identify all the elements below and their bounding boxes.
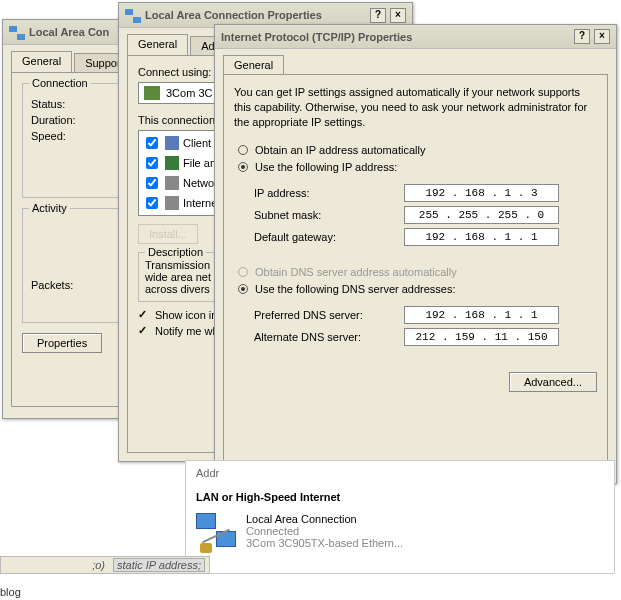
item-label: Client f (183, 137, 217, 149)
checkbox[interactable] (146, 177, 158, 189)
fieldset-label: Connection (29, 77, 91, 89)
radio-label: Use the following DNS server addresses: (255, 283, 456, 295)
ip-address-row: IP address: 192 . 168 . 1 . 3 (254, 184, 593, 202)
checkbox[interactable] (146, 137, 158, 149)
dns1-label: Preferred DNS server: (254, 309, 404, 321)
ip-label: IP address: (254, 187, 404, 199)
item-label: Networ (183, 177, 218, 189)
subnet-label: Subnet mask: (254, 209, 404, 221)
checkbox-label: Show icon in (155, 309, 217, 321)
window-title: Internet Protocol (TCP/IP) Properties (221, 31, 570, 43)
ip-address-input[interactable]: 192 . 168 . 1 . 3 (404, 184, 559, 202)
help-button[interactable]: ? (370, 8, 386, 23)
ip-section: IP address: 192 . 168 . 1 . 3 Subnet mas… (234, 178, 597, 260)
radio-icon[interactable] (238, 145, 248, 155)
checkbox[interactable] (146, 197, 158, 209)
lan-connection-item[interactable]: Local Area Connection Connected 3Com 3C9… (196, 513, 604, 553)
connection-name: Local Area Connection (246, 513, 403, 525)
dns2-input[interactable]: 212 . 159 . 11 . 150 (404, 328, 559, 346)
help-button[interactable]: ? (574, 29, 590, 44)
checkmark-icon (138, 308, 150, 321)
network-connections-panel: Addr LAN or High-Speed Internet Local Ar… (185, 460, 615, 574)
radio-icon[interactable] (238, 162, 248, 172)
blog-text: blog (0, 586, 21, 598)
dns2-row: Alternate DNS server: 212 . 159 . 11 . 1… (254, 328, 593, 346)
radio-obtain-dns: Obtain DNS server address automatically (238, 266, 597, 278)
dns1-input[interactable]: 192 . 168 . 1 . 1 (404, 306, 559, 324)
dns2-label: Alternate DNS server: (254, 331, 404, 343)
titlebar[interactable]: Internet Protocol (TCP/IP) Properties ? … (215, 25, 616, 49)
connection-status: Connected (246, 525, 403, 537)
lan-icon (196, 513, 236, 553)
adapter-name: 3Com 3C (166, 87, 212, 99)
install-button[interactable]: Install... (138, 224, 198, 244)
tcpip-properties-window: Internet Protocol (TCP/IP) Properties ? … (214, 24, 617, 484)
gateway-row: Default gateway: 192 . 168 . 1 . 1 (254, 228, 593, 246)
dns-section: Preferred DNS server: 192 . 168 . 1 . 1 … (234, 300, 597, 360)
radio-icon[interactable] (238, 284, 248, 294)
address-label: Addr (196, 467, 604, 479)
close-button[interactable]: × (594, 29, 610, 44)
close-button[interactable]: × (390, 8, 406, 23)
dns1-row: Preferred DNS server: 192 . 168 . 1 . 1 (254, 306, 593, 324)
gateway-input[interactable]: 192 . 168 . 1 . 1 (404, 228, 559, 246)
tab-general[interactable]: General (11, 51, 72, 72)
checkbox[interactable] (146, 157, 158, 169)
tabs: General (215, 49, 616, 74)
network-icon (125, 7, 141, 23)
network-icon (9, 24, 25, 40)
network-protocol-icon (165, 176, 179, 190)
subnet-row: Subnet mask: 255 . 255 . 255 . 0 (254, 206, 593, 224)
connection-device: 3Com 3C905TX-based Ethern... (246, 537, 403, 549)
description-label: Description (145, 246, 206, 258)
window-title: Local Area Connection Properties (145, 9, 366, 21)
static-ip-tag: static IP address; (113, 558, 205, 572)
internet-protocol-icon (165, 196, 179, 210)
lan-text: Local Area Connection Connected 3Com 3C9… (246, 513, 403, 553)
checkmark-icon (138, 324, 150, 337)
fieldset-label: Activity (29, 202, 70, 214)
checkbox-label: Notify me wh (155, 325, 219, 337)
help-text: You can get IP settings assigned automat… (234, 85, 597, 130)
item-label: Interne (183, 197, 217, 209)
radio-label: Obtain DNS server address automatically (255, 266, 457, 278)
emoticon: ;o) (89, 559, 108, 571)
tab-content: You can get IP settings assigned automat… (223, 74, 608, 469)
file-icon (165, 156, 179, 170)
properties-button[interactable]: Properties (22, 333, 102, 353)
section-header: LAN or High-Speed Internet (196, 491, 604, 503)
radio-label: Obtain an IP address automatically (255, 144, 425, 156)
radio-label: Use the following IP address: (255, 161, 397, 173)
tab-general[interactable]: General (223, 55, 284, 74)
adapter-icon (144, 86, 160, 100)
advanced-button[interactable]: Advanced... (509, 372, 597, 392)
gateway-label: Default gateway: (254, 231, 404, 243)
radio-use-ip[interactable]: Use the following IP address: (238, 161, 597, 173)
radio-obtain-ip[interactable]: Obtain an IP address automatically (238, 144, 597, 156)
subnet-input[interactable]: 255 . 255 . 255 . 0 (404, 206, 559, 224)
radio-icon (238, 267, 248, 277)
client-icon (165, 136, 179, 150)
tab-general[interactable]: General (127, 34, 188, 55)
radio-use-dns[interactable]: Use the following DNS server addresses: (238, 283, 597, 295)
status-bar-snippet: ;o) static IP address; (0, 556, 210, 574)
